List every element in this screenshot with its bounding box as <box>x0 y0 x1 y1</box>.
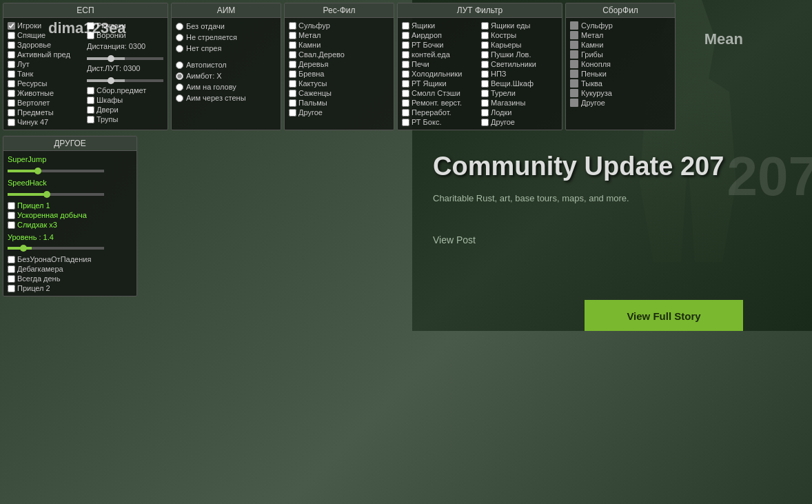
esp-label-spyashie: Спящие <box>17 31 45 39</box>
sborfil-item-0[interactable]: Сульфур <box>570 21 671 30</box>
resfil-item-7[interactable]: Саженцы <box>289 88 389 98</box>
esp-item-lut[interactable]: Лут <box>8 59 84 69</box>
drugoe-usko-label: Ускоренная добыча <box>17 211 87 219</box>
esp-item-ryukzaki[interactable]: Рюкзаки <box>87 21 163 30</box>
esp-item-tank[interactable]: Танк <box>8 69 84 79</box>
sborfil-icon-6 <box>570 79 578 88</box>
lut-item-c2-7[interactable]: Турели <box>481 88 558 98</box>
esp-item-dveri[interactable]: Двери <box>87 105 163 114</box>
esp-item-sbor[interactable]: Сбор.предмет <box>87 85 163 95</box>
lut-item-c1-0[interactable]: Ящики <box>402 21 478 30</box>
distlut-slider[interactable] <box>87 79 163 82</box>
sborfil-item-7[interactable]: Кукуруза <box>570 88 671 98</box>
lut-item-c2-3[interactable]: Пушки Лов. <box>481 50 558 59</box>
resfil-item-0[interactable]: Сульфур <box>289 21 389 30</box>
lut-item-c1-6[interactable]: РТ Ящики <box>402 79 478 88</box>
aim-item-0[interactable]: Без отдачи <box>176 21 276 32</box>
lut-item-c2-8[interactable]: Магазины <box>481 98 558 108</box>
sborfil-header: СборФил <box>566 3 675 18</box>
sborfil-icon-8 <box>570 99 578 107</box>
esp-item-voronki[interactable]: Воронки <box>87 30 163 40</box>
lut-item-c2-1[interactable]: Костры <box>481 30 558 40</box>
sborfil-item-5[interactable]: Пеньки <box>570 69 671 79</box>
drugoe-usko[interactable]: Ускоренная добыча <box>8 210 132 220</box>
esp-grid: Игроки Спящие Здоровье Активный пред Лут… <box>8 21 163 127</box>
resfil-item-5[interactable]: Бревна <box>289 69 389 79</box>
esp-item-shkaf[interactable]: Шкафы <box>87 95 163 105</box>
sborfil-item-3[interactable]: Грибы <box>570 50 671 59</box>
drugoe-vsegda[interactable]: Всегда день <box>8 274 132 283</box>
resfil-item-6[interactable]: Кактусы <box>289 79 389 88</box>
esp-item-chinuk[interactable]: Чинук 47 <box>8 117 84 127</box>
lut-label-c2-4: Светильники <box>491 60 536 68</box>
aim-item-2[interactable]: Нет спрея <box>176 43 276 54</box>
super-jump-slider[interactable] <box>8 170 104 172</box>
lut-item-c1-2[interactable]: РТ Бочки <box>402 40 478 50</box>
resfil-item-1[interactable]: Метал <box>289 30 389 40</box>
drugoe-bezurona[interactable]: БезУронаОтПадения <box>8 254 132 264</box>
esp-label-predmety: Предметы <box>17 108 54 117</box>
esp-item-predmety[interactable]: Предметы <box>8 108 84 117</box>
esp-item-zhivotnye[interactable]: Животные <box>8 88 84 98</box>
esp-panel: ЕСП Игроки Спящие Здоровье Активный пред… <box>3 3 168 130</box>
resfil-item-8[interactable]: Пальмы <box>289 98 389 108</box>
resfil-item-3[interactable]: Свал.Дерево <box>289 50 389 59</box>
distlut-section: Дист.ЛУТ: 0300 <box>87 63 163 84</box>
drugoe-pricel2[interactable]: Прицел 2 <box>8 283 132 293</box>
resfil-item-2[interactable]: Камни <box>289 40 389 50</box>
lut-item-c2-4[interactable]: Светильники <box>481 59 558 69</box>
esp-item-trupy[interactable]: Трупы <box>87 114 163 124</box>
aim-item-5[interactable]: Аим на голову <box>176 81 276 92</box>
sborfil-label-2: Камни <box>581 41 603 49</box>
esp-item-igroki[interactable]: Игроки <box>8 21 84 30</box>
sborfil-item-2[interactable]: Камни <box>570 40 671 50</box>
drugoe-debug[interactable]: Дебагкамера <box>8 264 132 274</box>
lut-item-c2-9[interactable]: Лодки <box>481 108 558 117</box>
resfil-label-2: Камни <box>298 41 321 49</box>
esp-item-spyashie[interactable]: Спящие <box>8 30 84 40</box>
sborfil-icon-5 <box>570 70 578 78</box>
dist-slider[interactable] <box>87 57 163 60</box>
lut-col2: Ящики еды Костры Карьеры Пушки Лов. Свет… <box>481 21 558 127</box>
lut-item-c2-5[interactable]: НПЗ <box>481 69 558 79</box>
lut-item-c2-0[interactable]: Ящики еды <box>481 21 558 30</box>
drugoe-slidhak[interactable]: Слидхак х3 <box>8 220 132 230</box>
sborfil-item-4[interactable]: Конопля <box>570 59 671 69</box>
lut-label-c2-5: НПЗ <box>491 70 507 78</box>
esp-item-vertolet[interactable]: Вертолет <box>8 98 84 108</box>
lut-item-c1-7[interactable]: Смолл Стэши <box>402 88 478 98</box>
esp-item-zdorovye[interactable]: Здоровье <box>8 40 84 50</box>
aim-item-6[interactable]: Аим через стены <box>176 92 276 103</box>
lut-item-c2-2[interactable]: Карьеры <box>481 40 558 50</box>
drugoe-pricel2-label: Прицел 2 <box>17 284 50 292</box>
lut-item-c1-10[interactable]: РТ Бокс. <box>402 117 478 127</box>
resfil-item-4[interactable]: Деревья <box>289 59 389 69</box>
distlut-label: Дист.ЛУТ: 0300 <box>87 64 140 72</box>
drugoe-vsegda-label: Всегда день <box>17 274 60 283</box>
aim-item-3[interactable]: Автопистол <box>176 59 276 70</box>
esp-item-resursy[interactable]: Ресурсы <box>8 79 84 88</box>
esp-header: ЕСП <box>3 3 168 18</box>
lut-item-c1-4[interactable]: Печи <box>402 59 478 69</box>
level-slider[interactable] <box>8 247 104 250</box>
lut-item-c1-5[interactable]: Холодильники <box>402 69 478 79</box>
lut-item-c1-8[interactable]: Ремонт. верст. <box>402 98 478 108</box>
lut-panel: ЛУТ Фильтр Ящики Аирдроп РТ Бочки контей… <box>397 3 562 130</box>
lut-item-c1-1[interactable]: Аирдроп <box>402 30 478 40</box>
lut-item-c1-3[interactable]: контей.еда <box>402 50 478 59</box>
esp-item-aktivny[interactable]: Активный пред <box>8 50 84 59</box>
sborfil-icon-3 <box>570 50 578 59</box>
speed-hack-slider[interactable] <box>8 193 104 196</box>
lut-item-c2-10[interactable]: Другое <box>481 117 558 127</box>
lut-item-c1-9[interactable]: Переработ. <box>402 108 478 117</box>
sborfil-item-8[interactable]: Другое <box>570 98 671 108</box>
resfil-item-9[interactable]: Другое <box>289 108 389 117</box>
sborfil-item-6[interactable]: Тыква <box>570 79 671 88</box>
drugoe-pricel1[interactable]: Прицел 1 <box>8 201 132 210</box>
aim-item-1[interactable]: Не стреляется <box>176 32 276 43</box>
aim-item-4[interactable]: Аимбот: X <box>176 70 276 81</box>
drugoe-panel: ДРУГОЕ SuperJump SpeedHack Прицел 1 Уско… <box>3 136 137 296</box>
esp-col1: Игроки Спящие Здоровье Активный пред Лут… <box>8 21 84 127</box>
lut-item-c2-6[interactable]: Вещи.Шкаф <box>481 79 558 88</box>
sborfil-item-1[interactable]: Метал <box>570 30 671 40</box>
